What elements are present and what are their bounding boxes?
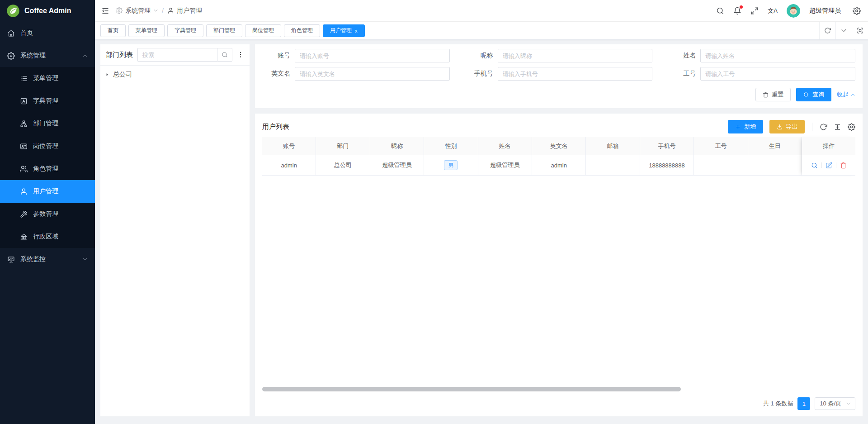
home-icon xyxy=(7,29,15,37)
delete-row-icon[interactable] xyxy=(840,162,847,169)
sidebar-item-home[interactable]: 首页 xyxy=(0,22,95,44)
theme-settings-gear-icon[interactable] xyxy=(853,7,861,15)
department-search xyxy=(137,48,232,62)
query-button[interactable]: 查询 xyxy=(796,88,831,101)
user-icon xyxy=(167,7,174,14)
user-table-grid: 账号 部门 昵称 性别 姓名 英文名 邮箱 手机号 工号 生日 admin xyxy=(262,137,802,176)
sidebar-menu: 首页 系统管理 菜单管理 字典管理 部门管理 xyxy=(0,22,95,271)
reset-button[interactable]: 重置 xyxy=(755,88,791,101)
tab-home[interactable]: 首页 xyxy=(100,24,126,37)
chevron-down-icon xyxy=(840,27,847,34)
refresh-table-icon[interactable] xyxy=(820,123,827,131)
user-table: 账号 部门 昵称 性别 姓名 英文名 邮箱 手机号 工号 生日 admin xyxy=(262,137,855,176)
sidebar-item-dict-management[interactable]: 字典管理 xyxy=(0,90,95,112)
right-column: 账号 昵称 姓名 英文名 xyxy=(255,44,863,416)
cell-job-no xyxy=(694,155,748,176)
job-no-input[interactable] xyxy=(700,67,855,81)
list-icon xyxy=(20,75,28,82)
sidebar-collapse-icon[interactable] xyxy=(101,7,109,15)
chevron-down-icon xyxy=(846,401,851,406)
tab-post-management[interactable]: 岗位管理 xyxy=(245,24,281,37)
tab-dept-management[interactable]: 部门管理 xyxy=(206,24,242,37)
close-icon[interactable]: x xyxy=(355,28,358,33)
wrench-icon xyxy=(20,210,28,218)
table-empty-area xyxy=(262,176,855,387)
more-actions-icon[interactable] xyxy=(237,51,244,58)
main-area: 系统管理 / 用户管理 文A 超级管理员 xyxy=(95,0,868,424)
nickname-input[interactable] xyxy=(498,49,653,62)
monitor-icon xyxy=(7,256,15,263)
maximize-view-button[interactable] xyxy=(852,22,868,39)
tab-menu-management[interactable]: 菜单管理 xyxy=(128,24,165,37)
sidebar-item-dept-management[interactable]: 部门管理 xyxy=(0,112,95,135)
breadcrumb-group[interactable]: 系统管理 xyxy=(125,7,151,15)
avatar[interactable] xyxy=(787,4,800,18)
department-panel-title: 部门列表 xyxy=(106,51,133,59)
en-name-input[interactable] xyxy=(295,67,450,81)
field-nickname: 昵称 xyxy=(465,49,653,62)
maximize-icon xyxy=(857,27,863,34)
th-nickname: 昵称 xyxy=(370,137,424,155)
sidebar-item-role-management[interactable]: 角色管理 xyxy=(0,157,95,180)
fullscreen-icon[interactable] xyxy=(750,7,759,15)
dictionary-icon xyxy=(20,97,28,105)
sidebar-group-system[interactable]: 系统管理 xyxy=(0,44,95,67)
tree-node-root[interactable]: 总公司 xyxy=(100,66,250,84)
th-en-name: 英文名 xyxy=(532,137,586,155)
chevron-down-icon[interactable] xyxy=(153,8,158,13)
page-1-button[interactable]: 1 xyxy=(797,397,810,410)
username-label[interactable]: 超级管理员 xyxy=(809,7,841,15)
gear-icon xyxy=(116,7,123,14)
caret-right-icon[interactable] xyxy=(105,72,109,77)
app-logo[interactable]: Coffee Admin xyxy=(0,0,95,22)
sidebar-item-menu-management[interactable]: 菜单管理 xyxy=(0,67,95,90)
export-button[interactable]: 导出 xyxy=(769,120,805,133)
user-list-title: 用户列表 xyxy=(262,123,289,131)
tab-dict-management[interactable]: 字典管理 xyxy=(167,24,203,37)
system-submenu: 菜单管理 字典管理 部门管理 岗位管理 角色管理 xyxy=(0,67,95,248)
horizontal-scrollbar xyxy=(262,387,855,391)
row-height-icon[interactable] xyxy=(834,123,841,131)
department-panel: 部门列表 总公司 xyxy=(100,44,250,416)
op-divider xyxy=(836,162,836,168)
th-operation: 操作 xyxy=(802,137,855,155)
total-count-label: 共 1 条数据 xyxy=(763,400,793,408)
view-row-icon[interactable] xyxy=(811,162,818,169)
table-settings-gear-icon[interactable] xyxy=(848,123,855,131)
account-input[interactable] xyxy=(295,49,450,62)
app-title: Coffee Admin xyxy=(24,7,71,15)
cell-en-name: admin xyxy=(532,155,586,176)
breadcrumb-separator: / xyxy=(161,7,165,14)
department-search-input[interactable] xyxy=(137,48,217,62)
topbar: 系统管理 / 用户管理 文A 超级管理员 xyxy=(95,0,868,22)
name-input[interactable] xyxy=(700,49,855,62)
translate-icon[interactable]: 文A xyxy=(768,8,778,14)
leaf-logo-icon xyxy=(6,4,20,18)
add-user-button[interactable]: 新增 xyxy=(728,120,763,133)
phone-input[interactable] xyxy=(498,67,653,81)
cell-name: 超级管理员 xyxy=(478,155,532,176)
sidebar-item-post-management[interactable]: 岗位管理 xyxy=(0,135,95,157)
sidebar-item-user-management[interactable]: 用户管理 xyxy=(0,180,95,203)
sidebar-item-admin-region[interactable]: 行政区域 xyxy=(0,225,95,248)
notifications-button[interactable] xyxy=(733,7,741,15)
collapse-filter-link[interactable]: 收起 xyxy=(837,91,855,99)
tabbar: 首页 菜单管理 字典管理 部门管理 岗位管理 角色管理 用户管理 x xyxy=(95,22,868,40)
cell-email xyxy=(586,155,640,176)
field-account: 账号 xyxy=(262,49,450,62)
department-search-button[interactable] xyxy=(217,48,232,62)
tab-user-management[interactable]: 用户管理 x xyxy=(323,24,365,37)
filter-actions: 重置 查询 收起 xyxy=(262,88,855,101)
plus-icon xyxy=(735,124,741,130)
op-divider xyxy=(821,162,822,168)
search-icon[interactable] xyxy=(716,7,724,15)
tab-menu-dropdown-button[interactable] xyxy=(835,22,852,39)
sidebar-group-monitor[interactable]: 系统监控 xyxy=(0,248,95,271)
refresh-tab-button[interactable] xyxy=(819,22,835,39)
tab-role-management[interactable]: 角色管理 xyxy=(284,24,320,37)
filter-panel: 账号 昵称 姓名 英文名 xyxy=(255,44,863,108)
sidebar-item-param-management[interactable]: 参数管理 xyxy=(0,203,95,225)
edit-row-icon[interactable] xyxy=(826,162,832,169)
horizontal-scrollbar-thumb[interactable] xyxy=(262,387,681,391)
page-size-select[interactable]: 10 条/页 xyxy=(815,397,855,410)
